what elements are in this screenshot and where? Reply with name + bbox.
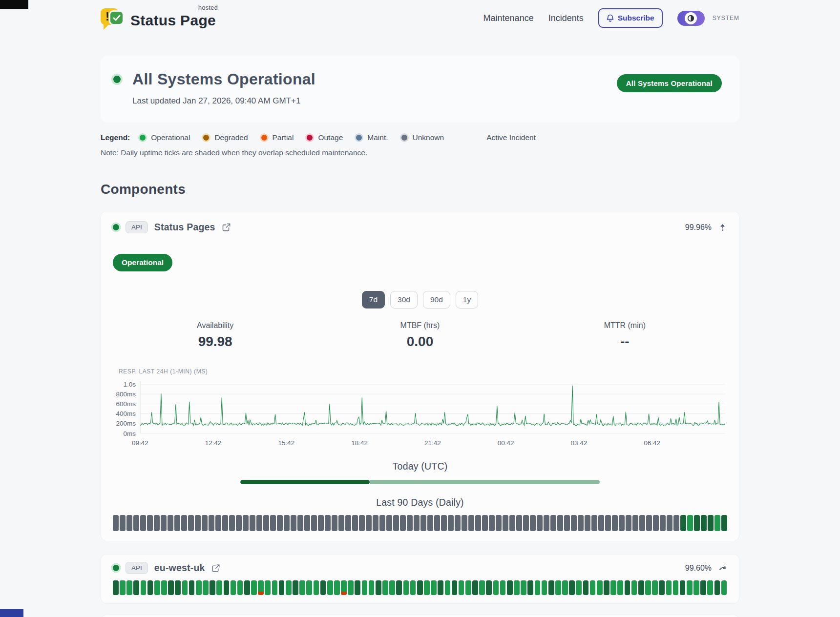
- uptime-tick[interactable]: [229, 515, 235, 531]
- uptime-tick[interactable]: [507, 580, 513, 595]
- uptime-tick[interactable]: [638, 580, 644, 595]
- uptime-tick[interactable]: [420, 515, 426, 531]
- uptime-tick[interactable]: [612, 515, 618, 531]
- uptime-tick[interactable]: [320, 580, 326, 595]
- uptime-tick[interactable]: [284, 515, 290, 531]
- uptime-tick[interactable]: [181, 515, 187, 531]
- uptime-tick[interactable]: [660, 515, 666, 531]
- uptime-tick[interactable]: [236, 515, 242, 531]
- uptime-tick[interactable]: [652, 580, 658, 595]
- uptime-tick[interactable]: [631, 580, 637, 595]
- uptime-tick[interactable]: [673, 515, 679, 531]
- uptime-tick[interactable]: [396, 580, 402, 595]
- uptime-tick[interactable]: [455, 515, 461, 531]
- uptime-tick[interactable]: [373, 515, 378, 531]
- uptime-tick[interactable]: [203, 580, 209, 595]
- uptime-tick[interactable]: [523, 515, 529, 531]
- uptime-tick[interactable]: [256, 515, 262, 531]
- uptime-tick[interactable]: [434, 515, 440, 531]
- uptime-tick[interactable]: [680, 580, 686, 595]
- uptime-tick[interactable]: [126, 580, 132, 595]
- uptime-tick[interactable]: [605, 515, 611, 531]
- uptime-tick[interactable]: [286, 580, 292, 595]
- uptime-tick[interactable]: [154, 580, 160, 595]
- uptime-tick[interactable]: [472, 580, 478, 595]
- uptime-tick[interactable]: [448, 515, 454, 531]
- uptime-tick[interactable]: [327, 580, 333, 595]
- uptime-tick[interactable]: [113, 580, 119, 595]
- uptime-tick[interactable]: [174, 515, 180, 531]
- uptime-tick[interactable]: [250, 515, 255, 531]
- uptime-tick[interactable]: [120, 580, 126, 595]
- uptime-tick[interactable]: [291, 515, 296, 531]
- uptime-tick[interactable]: [133, 515, 139, 531]
- uptime-tick[interactable]: [707, 580, 713, 595]
- uptime-tick[interactable]: [667, 515, 672, 531]
- uptime-tick[interactable]: [445, 580, 451, 595]
- uptime-tick[interactable]: [362, 580, 368, 595]
- uptime-tick[interactable]: [557, 515, 563, 531]
- uptime-tick[interactable]: [585, 515, 590, 531]
- uptime-tick[interactable]: [653, 515, 659, 531]
- uptime-tick[interactable]: [639, 515, 645, 531]
- uptime-tick[interactable]: [272, 580, 278, 595]
- range-button-30d[interactable]: 30d: [390, 291, 418, 308]
- uptime-tick[interactable]: [386, 515, 392, 531]
- uptime-tick[interactable]: [564, 515, 570, 531]
- uptime-tick[interactable]: [210, 580, 215, 595]
- uptime-tick[interactable]: [626, 515, 631, 531]
- uptime-tick[interactable]: [407, 515, 413, 531]
- uptime-tick[interactable]: [195, 515, 201, 531]
- external-link-icon[interactable]: [211, 564, 220, 573]
- uptime-history-90d[interactable]: [113, 580, 727, 595]
- uptime-tick[interactable]: [591, 515, 597, 531]
- uptime-tick[interactable]: [680, 515, 686, 531]
- uptime-tick[interactable]: [694, 515, 700, 531]
- uptime-tick[interactable]: [215, 515, 221, 531]
- uptime-tick[interactable]: [462, 515, 467, 531]
- uptime-tick[interactable]: [486, 580, 492, 595]
- uptime-tick[interactable]: [700, 580, 706, 595]
- uptime-tick[interactable]: [721, 580, 727, 595]
- uptime-tick[interactable]: [345, 515, 351, 531]
- uptime-tick[interactable]: [542, 580, 547, 595]
- uptime-tick[interactable]: [714, 515, 720, 531]
- uptime-tick[interactable]: [571, 515, 577, 531]
- uptime-tick[interactable]: [311, 515, 317, 531]
- uptime-tick[interactable]: [516, 515, 522, 531]
- uptime-tick[interactable]: [431, 580, 437, 595]
- uptime-tick[interactable]: [279, 580, 285, 595]
- uptime-tick[interactable]: [468, 515, 474, 531]
- uptime-tick[interactable]: [126, 515, 132, 531]
- expand-arrow-icon[interactable]: [718, 564, 727, 572]
- uptime-tick[interactable]: [714, 580, 720, 595]
- uptime-tick[interactable]: [441, 515, 447, 531]
- range-button-90d[interactable]: 90d: [423, 291, 450, 308]
- uptime-tick[interactable]: [583, 580, 589, 595]
- uptime-tick[interactable]: [555, 580, 561, 595]
- uptime-tick[interactable]: [569, 580, 575, 595]
- uptime-tick[interactable]: [673, 580, 679, 595]
- uptime-tick[interactable]: [479, 580, 485, 595]
- uptime-tick[interactable]: [597, 580, 603, 595]
- uptime-tick[interactable]: [389, 580, 395, 595]
- uptime-tick[interactable]: [168, 515, 173, 531]
- uptime-tick[interactable]: [438, 580, 443, 595]
- uptime-tick[interactable]: [277, 515, 283, 531]
- uptime-tick[interactable]: [334, 580, 340, 595]
- uptime-tick[interactable]: [265, 580, 271, 595]
- uptime-tick[interactable]: [318, 515, 324, 531]
- uptime-tick[interactable]: [544, 515, 549, 531]
- external-link-icon[interactable]: [222, 223, 231, 232]
- range-button-7d[interactable]: 7d: [362, 291, 385, 308]
- uptime-tick[interactable]: [304, 515, 310, 531]
- uptime-tick[interactable]: [133, 580, 139, 595]
- uptime-tick[interactable]: [175, 580, 181, 595]
- uptime-tick[interactable]: [293, 580, 298, 595]
- uptime-tick[interactable]: [424, 580, 430, 595]
- uptime-tick[interactable]: [113, 515, 119, 531]
- uptime-tick[interactable]: [306, 580, 312, 595]
- uptime-tick[interactable]: [338, 515, 344, 531]
- uptime-tick[interactable]: [537, 515, 543, 531]
- uptime-tick[interactable]: [687, 580, 693, 595]
